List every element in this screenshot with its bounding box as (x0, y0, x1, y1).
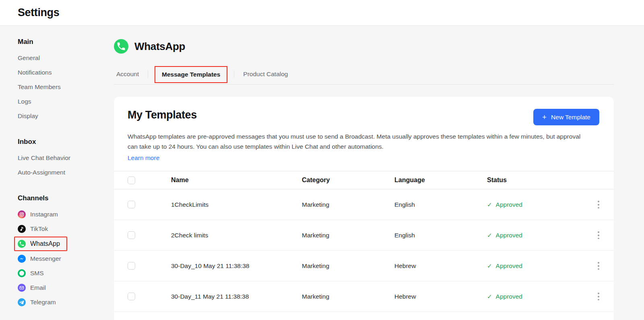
table-header-row: Name Category Language Status (114, 171, 614, 189)
template-name: 2Check limits (171, 232, 302, 239)
sidebar-item-team-members[interactable]: Team Members (18, 80, 114, 94)
check-icon: ✓ (487, 232, 492, 239)
sidebar-item-label: TikTok (30, 225, 48, 233)
sidebar-section-title: Channels (18, 194, 114, 202)
top-bar: Settings (0, 0, 644, 26)
status-badge: ✓ Approved (487, 201, 583, 208)
plus-icon: + (542, 113, 547, 121)
template-category: Marketing (302, 293, 394, 300)
table-row: 1CheckLimits Marketing English ✓ Approve… (114, 189, 614, 220)
column-header-category: Category (302, 177, 394, 184)
template-category: Marketing (302, 262, 394, 270)
template-language: Hebrew (394, 293, 487, 300)
row-menu-button[interactable] (594, 230, 603, 241)
sidebar-section-title: Main (18, 38, 114, 46)
row-checkbox[interactable] (128, 293, 135, 300)
row-menu-button[interactable] (594, 260, 603, 272)
new-template-button[interactable]: + New Template (533, 109, 599, 125)
instagram-icon (18, 210, 26, 218)
sidebar-item-label: Instagram (30, 211, 58, 218)
sidebar-item-label: SMS (30, 270, 44, 277)
sidebar-section-channels: Channels Instagram (18, 194, 114, 310)
row-checkbox[interactable] (128, 231, 135, 239)
template-name: 30-Day_11 May 21 11:38:38 (171, 293, 302, 300)
tab-product-catalog[interactable]: Product Catalog (241, 64, 290, 84)
sidebar-item-label: Messenger (30, 255, 61, 262)
row-menu-button[interactable] (594, 291, 603, 302)
email-icon (18, 284, 26, 292)
table-row: 30-Day_11 May 21 11:38:38 Marketing Hebr… (114, 281, 614, 312)
sidebar-item-auto-assignment[interactable]: Auto-Assignment (18, 165, 114, 180)
telegram-icon (18, 298, 26, 306)
templates-table: Name Category Language Status 1CheckLimi… (114, 171, 614, 312)
annotation-box: Message Templates (155, 66, 227, 83)
template-name: 1CheckLimits (171, 201, 302, 208)
status-label: Approved (496, 201, 522, 208)
sidebar-item-live-chat-behavior[interactable]: Live Chat Behavior (18, 151, 114, 165)
template-name: 30-Day_10 May 21 11:38:38 (171, 262, 302, 270)
tab-message-templates[interactable]: Message Templates (162, 71, 220, 78)
page-title: Settings (18, 6, 59, 19)
channel-header: WhatsApp (114, 39, 614, 54)
sidebar-item-whatsapp[interactable]: WhatsApp (14, 237, 67, 251)
row-checkbox[interactable] (128, 201, 135, 208)
sidebar-item-logs[interactable]: Logs (18, 94, 114, 109)
templates-card: My Templates + New Template WhatsApp tem… (114, 97, 614, 320)
select-all-checkbox[interactable] (128, 177, 135, 184)
row-checkbox[interactable] (128, 262, 135, 270)
sms-icon (18, 269, 26, 277)
sidebar-item-messenger[interactable]: Messenger (18, 251, 114, 266)
card-title: My Templates (128, 109, 197, 121)
status-label: Approved (496, 232, 522, 239)
template-language: English (394, 201, 487, 208)
template-language: English (394, 232, 487, 239)
settings-sidebar: Main General Notifications Team Members … (0, 26, 114, 320)
sidebar-item-display[interactable]: Display (18, 109, 114, 123)
sidebar-item-label: Telegram (30, 299, 56, 306)
check-icon: ✓ (487, 262, 492, 270)
sidebar-item-telegram[interactable]: Telegram (18, 295, 114, 310)
table-row: 30-Day_10 May 21 11:38:38 Marketing Hebr… (114, 251, 614, 281)
sidebar-section-title: Inbox (18, 138, 114, 146)
sidebar-item-general[interactable]: General (18, 51, 114, 65)
whatsapp-icon (18, 240, 26, 248)
main-content: WhatsApp Account Message Templates Produ… (114, 26, 644, 320)
column-header-language: Language (394, 177, 487, 184)
tab-divider (148, 71, 148, 78)
tiktok-icon (18, 225, 26, 233)
tab-account[interactable]: Account (114, 64, 141, 84)
status-badge: ✓ Approved (487, 262, 583, 270)
column-header-name: Name (171, 177, 302, 184)
row-menu-button[interactable] (594, 199, 603, 210)
check-icon: ✓ (487, 201, 492, 208)
status-badge: ✓ Approved (487, 232, 583, 239)
sidebar-item-notifications[interactable]: Notifications (18, 65, 114, 80)
sidebar-item-instagram[interactable]: Instagram (18, 207, 114, 222)
status-label: Approved (496, 293, 522, 300)
sidebar-item-email[interactable]: Email (18, 281, 114, 295)
sidebar-item-label: Email (30, 284, 46, 291)
channel-title: WhatsApp (134, 40, 185, 53)
tab-divider (234, 71, 234, 78)
check-icon: ✓ (487, 293, 492, 300)
tab-bar: Account Message Templates Product Catalo… (114, 64, 614, 85)
sidebar-item-tiktok[interactable]: TikTok (18, 222, 114, 236)
sidebar-item-label: WhatsApp (30, 240, 60, 247)
messenger-icon (18, 255, 26, 263)
learn-more-link[interactable]: Learn more (128, 154, 159, 162)
status-label: Approved (496, 262, 522, 270)
template-language: Hebrew (394, 262, 487, 270)
whatsapp-icon (114, 39, 128, 54)
sidebar-section-inbox: Inbox Live Chat Behavior Auto-Assignment (18, 138, 114, 180)
template-category: Marketing (302, 232, 394, 239)
column-header-status: Status (487, 177, 583, 184)
templates-description: WhatsApp templates are pre-approved mess… (114, 131, 614, 152)
sidebar-item-sms[interactable]: SMS (18, 266, 114, 281)
status-badge: ✓ Approved (487, 293, 583, 300)
new-template-button-label: New Template (551, 114, 590, 121)
template-category: Marketing (302, 201, 394, 208)
sidebar-section-main: Main General Notifications Team Members … (18, 38, 114, 123)
table-row: 2Check limits Marketing English ✓ Approv… (114, 220, 614, 251)
